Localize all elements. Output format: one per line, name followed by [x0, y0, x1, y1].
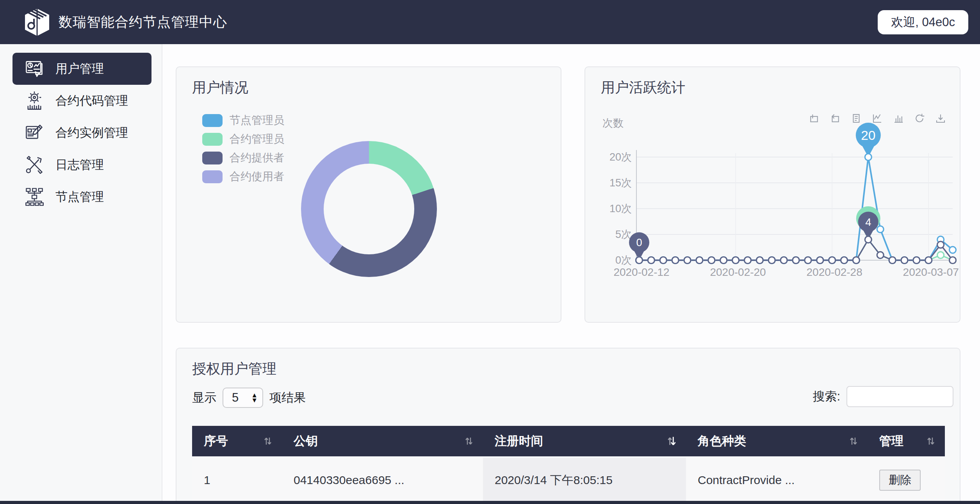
cell-public-key: 04140330eea6695 ...	[282, 458, 483, 502]
sort-icon	[263, 436, 273, 447]
column-header-register-time[interactable]: 注册时间	[483, 426, 686, 456]
navbar: 数瑞智能合约节点管理中心 欢迎, 04e0c	[0, 0, 980, 44]
log-management-icon	[24, 155, 45, 175]
activity-line-chart: 0次5次10次15次20次2020-02-122020-02-202020-02…	[585, 67, 961, 323]
sidebar-item-label: 日志管理	[55, 157, 104, 173]
sidebar-item-user-management[interactable]: 用户管理	[12, 53, 151, 85]
svg-text:2020-02-28: 2020-02-28	[807, 266, 862, 278]
node-management-icon	[24, 187, 45, 207]
sidebar-item-node-management[interactable]: 节点管理	[12, 181, 151, 213]
cell-index: 1	[192, 458, 282, 502]
sidebar-item-contract-instance[interactable]: 合约实例管理	[12, 117, 151, 149]
sort-icon	[464, 436, 474, 447]
svg-text:20: 20	[861, 128, 875, 143]
activity-card: 用户活跃统计 0次5次10次15次20次2020-02-122020-02-20…	[584, 66, 960, 323]
column-label: 角色种类	[698, 433, 746, 449]
column-header-index[interactable]: 序号	[192, 426, 282, 456]
sidebar-item-label: 节点管理	[55, 189, 104, 205]
svg-text:15次: 15次	[609, 177, 632, 189]
sort-icon	[849, 436, 858, 447]
sidebar-item-label: 用户管理	[55, 61, 104, 77]
svg-text:2020-02-20: 2020-02-20	[710, 266, 766, 278]
column-label: 序号	[204, 433, 228, 449]
contract-instance-icon	[24, 123, 45, 143]
bottom-strip	[0, 501, 980, 504]
column-label: 注册时间	[495, 433, 543, 449]
svg-text:4: 4	[865, 216, 871, 228]
cell-manage: 删除	[868, 458, 945, 502]
results-label: 项结果	[269, 390, 306, 406]
contract-code-icon	[24, 91, 45, 111]
delete-button[interactable]: 删除	[879, 470, 921, 491]
sidebar-item-contract-code[interactable]: 合约代码管理	[12, 85, 151, 117]
svg-text:次数: 次数	[602, 117, 624, 129]
user-management-icon	[24, 59, 45, 79]
spinner-arrows-icon: ▲▼	[251, 393, 258, 403]
cell-role: ContractProvide ...	[686, 458, 868, 502]
app-logo-icon	[23, 7, 52, 38]
search-label: 搜索:	[813, 388, 840, 405]
authorized-users-card: 授权用户管理 显示 5 ▲▼ 项结果 搜索: 序号 公钥 注册时间	[176, 348, 960, 504]
column-header-public-key[interactable]: 公钥	[282, 426, 483, 456]
welcome-user-button[interactable]: 欢迎, 04e0c	[878, 10, 968, 34]
legend-swatch	[202, 170, 223, 183]
svg-text:0次: 0次	[615, 254, 632, 266]
svg-text:2020-02-12: 2020-02-12	[613, 266, 669, 278]
sidebar-item-label: 合约实例管理	[55, 125, 128, 141]
column-label: 管理	[879, 433, 903, 449]
legend-swatch	[202, 133, 223, 146]
legend-label: 节点管理员	[230, 113, 284, 128]
sidebar-item-log-management[interactable]: 日志管理	[12, 149, 151, 181]
svg-text:0: 0	[636, 236, 642, 248]
legend-swatch	[202, 152, 223, 164]
legend-item[interactable]: 合约管理员	[202, 130, 284, 148]
page-size-controls: 显示 5 ▲▼ 项结果	[192, 388, 306, 408]
legend-swatch	[202, 114, 223, 127]
cell-register-time: 2020/3/14 下午8:05:15	[483, 458, 686, 502]
user-overview-card: 用户情况 节点管理员 合约管理员 合约提供者 合约使用者	[176, 66, 561, 323]
sidebar-item-label: 合约代码管理	[55, 93, 128, 109]
legend-label: 合约管理员	[230, 132, 284, 147]
pie-legend: 节点管理员 合约管理员 合约提供者 合约使用者	[202, 111, 284, 186]
user-roles-donut-chart	[301, 141, 437, 277]
page-size-value: 5	[232, 391, 239, 405]
legend-label: 合约提供者	[230, 150, 284, 165]
column-header-role[interactable]: 角色种类	[686, 426, 868, 456]
legend-item[interactable]: 合约使用者	[202, 167, 284, 186]
svg-text:2020-03-07: 2020-03-07	[903, 266, 959, 278]
page: 数瑞智能合约节点管理中心 欢迎, 04e0c 用户管理 合约代码管理	[0, 0, 980, 504]
legend-item[interactable]: 节点管理员	[202, 111, 284, 130]
svg-text:5次: 5次	[615, 229, 632, 240]
page-size-select[interactable]: 5 ▲▼	[223, 388, 263, 408]
user-overview-title: 用户情况	[192, 78, 248, 97]
table-row: 1 04140330eea6695 ... 2020/3/14 下午8:05:1…	[192, 458, 945, 502]
search-controls: 搜索:	[813, 386, 953, 407]
legend-item[interactable]: 合约提供者	[202, 148, 284, 167]
show-label: 显示	[192, 390, 216, 406]
search-input[interactable]	[846, 386, 953, 407]
table-header: 序号 公钥 注册时间 角色种类 管理	[192, 426, 945, 456]
app-title: 数瑞智能合约节点管理中心	[59, 13, 227, 31]
sidebar: 用户管理 合约代码管理 合约实例管理	[0, 44, 162, 504]
sort-icon	[926, 436, 935, 447]
svg-text:20次: 20次	[609, 151, 632, 163]
table-title: 授权用户管理	[192, 359, 276, 379]
svg-text:10次: 10次	[609, 203, 632, 214]
column-label: 公钥	[294, 433, 318, 449]
column-header-manage[interactable]: 管理	[868, 426, 945, 456]
sort-icon-active	[666, 435, 677, 447]
donut-hole	[324, 164, 414, 254]
legend-label: 合约使用者	[230, 169, 284, 184]
